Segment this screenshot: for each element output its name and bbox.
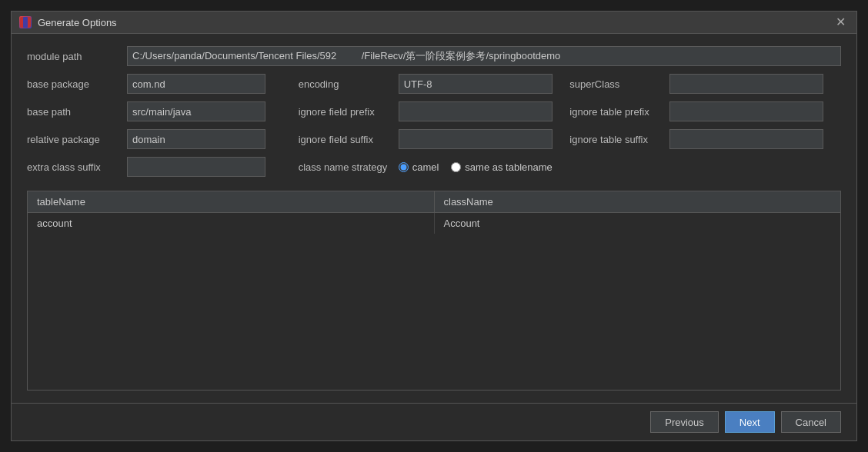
- extra-class-suffix-label: extra class suffix: [27, 161, 127, 173]
- generate-options-dialog: Generate Options ✕ module path base pack…: [11, 11, 857, 441]
- next-button[interactable]: Next: [725, 411, 775, 433]
- cancel-button[interactable]: Cancel: [781, 411, 841, 433]
- class-name-strategy-label: class name strategy: [299, 161, 399, 173]
- row-base-package: base package encoding superClass: [27, 74, 841, 94]
- button-bar: Previous Next Cancel: [12, 403, 856, 440]
- ignore-table-suffix-group: ignore table suffix: [569, 129, 841, 149]
- table-cell-classname: Account: [435, 213, 841, 234]
- superclass-input[interactable]: [669, 74, 823, 94]
- base-package-group: base package: [27, 74, 299, 94]
- extra-class-suffix-input[interactable]: [127, 157, 265, 177]
- previous-button[interactable]: Previous: [650, 411, 719, 433]
- ignore-field-prefix-label: ignore field prefix: [299, 106, 399, 118]
- radio-camel-label: camel: [412, 161, 439, 173]
- radio-camel[interactable]: [399, 162, 409, 172]
- dialog-content: module path base package encoding superC…: [12, 34, 856, 403]
- table-header-tablename: tableName: [28, 191, 435, 212]
- title-bar: Generate Options ✕: [12, 12, 856, 34]
- module-path-row: module path: [27, 46, 841, 66]
- close-button[interactable]: ✕: [833, 16, 849, 28]
- svg-rect-1: [23, 17, 28, 28]
- ignore-table-suffix-input[interactable]: [669, 129, 823, 149]
- encoding-group: encoding: [299, 74, 570, 94]
- relative-package-input[interactable]: [127, 129, 265, 149]
- radio-camel-option[interactable]: camel: [399, 161, 439, 173]
- table-body: account Account: [28, 213, 840, 367]
- relative-package-group: relative package: [27, 129, 299, 149]
- module-path-label: module path: [27, 51, 127, 62]
- ignore-table-prefix-input[interactable]: [669, 101, 823, 121]
- relative-package-label: relative package: [27, 134, 127, 145]
- ignore-field-suffix-label: ignore field suffix: [299, 134, 399, 145]
- class-table: tableName className account Account: [27, 191, 841, 391]
- table-cell-tablename: account: [28, 213, 435, 234]
- ignore-table-prefix-label: ignore table prefix: [569, 106, 669, 118]
- ignore-field-prefix-group: ignore field prefix: [299, 101, 570, 121]
- encoding-label: encoding: [299, 78, 399, 90]
- ignore-field-suffix-input[interactable]: [399, 129, 553, 149]
- radio-same-label: same as tablename: [465, 161, 552, 173]
- encoding-input[interactable]: [399, 74, 553, 94]
- table-header: tableName className: [28, 191, 840, 213]
- ignore-table-prefix-group: ignore table prefix: [569, 101, 841, 121]
- row-relative-package: relative package ignore field suffix ign…: [27, 129, 841, 149]
- radio-same-option[interactable]: same as tablename: [451, 161, 552, 173]
- base-path-label: base path: [27, 106, 127, 118]
- class-name-strategy-group: class name strategy camel same as tablen…: [299, 161, 570, 173]
- radio-group: camel same as tablename: [399, 161, 553, 173]
- table-header-classname: className: [435, 191, 841, 212]
- superclass-label: superClass: [569, 78, 669, 90]
- base-path-group: base path: [27, 101, 299, 121]
- ignore-field-suffix-group: ignore field suffix: [299, 129, 570, 149]
- title-bar-left: Generate Options: [19, 16, 117, 28]
- ignore-table-suffix-label: ignore table suffix: [569, 134, 669, 145]
- superclass-group: superClass: [569, 74, 841, 94]
- base-package-input[interactable]: [127, 74, 265, 94]
- radio-same[interactable]: [451, 162, 461, 172]
- extra-class-suffix-group: extra class suffix: [27, 157, 299, 177]
- row-base-path: base path ignore field prefix ignore tab…: [27, 101, 841, 121]
- dialog-title: Generate Options: [38, 17, 117, 28]
- dialog-icon: [19, 16, 32, 28]
- base-package-label: base package: [27, 78, 127, 90]
- table-row[interactable]: account Account: [28, 213, 840, 234]
- ignore-field-prefix-input[interactable]: [399, 101, 553, 121]
- row-extra-class: extra class suffix class name strategy c…: [27, 157, 841, 177]
- base-path-input[interactable]: [127, 101, 265, 121]
- module-path-input[interactable]: [127, 46, 841, 66]
